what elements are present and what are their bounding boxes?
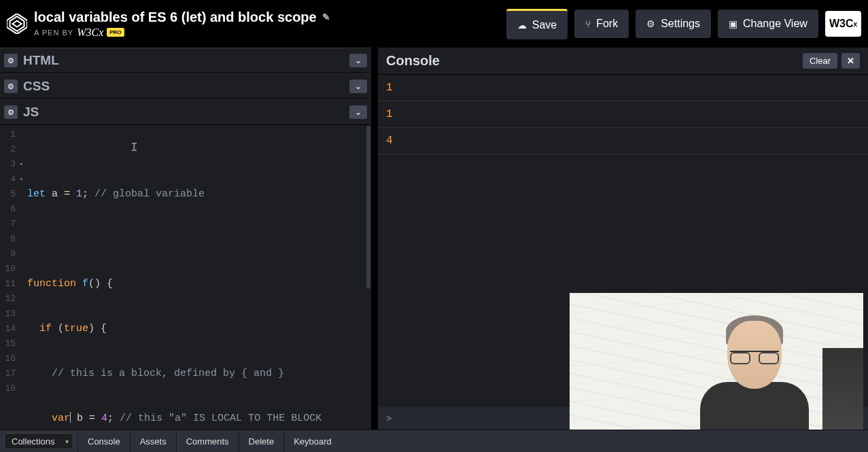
html-panel-header[interactable]: ⚙ HTML ⌄ <box>0 48 371 73</box>
code-text[interactable]: I let a = 1; // global variable function… <box>20 125 371 430</box>
footer-delete-button[interactable]: Delete <box>239 430 284 452</box>
cloud-icon: ☁ <box>517 20 527 31</box>
console-title: Console <box>386 53 440 69</box>
css-gear-icon[interactable]: ⚙ <box>4 80 18 93</box>
js-gear-icon[interactable]: ⚙ <box>4 105 18 119</box>
webcam-overlay <box>570 293 863 430</box>
settings-button[interactable]: ⚙ Settings <box>636 10 711 38</box>
text-cursor-ibeam: I <box>131 140 138 155</box>
header-actions: ☁ Save ⑂ Fork ⚙ Settings ▣ Change View W… <box>506 9 861 39</box>
css-chevron-down-icon[interactable]: ⌄ <box>349 80 367 93</box>
by-label: A PEN BY <box>34 29 73 37</box>
account-avatar[interactable]: W3Cx <box>825 11 861 37</box>
edit-title-icon[interactable]: ✎ <box>322 12 330 22</box>
html-chevron-down-icon[interactable]: ⌄ <box>349 54 367 67</box>
change-view-label: Change View <box>743 18 808 30</box>
editor-column: ⚙ HTML ⌄ ⚙ CSS ⌄ ⚙ JS ⌄ 1 2 3 4 <box>0 48 378 430</box>
webcam-side-object <box>822 348 863 430</box>
footer-assets-button[interactable]: Assets <box>130 430 176 452</box>
console-line: 1 <box>378 101 868 128</box>
layout-icon: ▣ <box>729 18 737 29</box>
change-view-button[interactable]: ▣ Change View <box>718 10 818 38</box>
css-label: CSS <box>23 79 50 94</box>
js-panel-header[interactable]: ⚙ JS ⌄ <box>0 99 371 125</box>
fork-button[interactable]: ⑂ Fork <box>574 10 629 38</box>
collections-select[interactable]: Collections <box>4 433 73 449</box>
save-label: Save <box>532 19 557 31</box>
js-chevron-down-icon[interactable]: ⌄ <box>349 105 367 119</box>
html-gear-icon[interactable]: ⚙ <box>4 54 18 67</box>
console-header: Console Clear ✕ <box>378 48 868 75</box>
fork-icon: ⑂ <box>585 18 591 29</box>
pen-author[interactable]: W3Cx <box>77 27 103 39</box>
footer-bar: Collections Console Assets Comments Dele… <box>0 430 868 452</box>
save-button[interactable]: ☁ Save <box>506 9 568 39</box>
js-label: JS <box>23 105 39 120</box>
html-label: HTML <box>23 53 59 68</box>
pen-title-row: local variables of ES 6 (let) and block … <box>34 10 330 25</box>
title-block: local variables of ES 6 (let) and block … <box>34 10 330 39</box>
pro-badge: PRO <box>107 28 124 37</box>
line-number-gutter: 1 2 3 4 5 6 7 8 9 10 11 12 13 14 15 16 1… <box>0 125 20 430</box>
editor-scrollbar[interactable] <box>366 126 370 289</box>
css-panel-header[interactable]: ⚙ CSS ⌄ <box>0 73 371 99</box>
pen-title: local variables of ES 6 (let) and block … <box>34 10 317 25</box>
header-left: local variables of ES 6 (let) and block … <box>7 10 330 39</box>
footer-console-button[interactable]: Console <box>77 430 130 452</box>
codepen-logo[interactable] <box>7 14 27 34</box>
footer-comments-button[interactable]: Comments <box>176 430 239 452</box>
clear-console-button[interactable]: Clear <box>803 53 837 69</box>
footer-keyboard-button[interactable]: Keyboard <box>283 430 341 452</box>
console-line: 1 <box>378 75 868 101</box>
presenter-figure <box>693 300 816 430</box>
pen-byline: A PEN BY W3Cx PRO <box>34 27 330 39</box>
fork-label: Fork <box>596 18 618 30</box>
app-header: local variables of ES 6 (let) and block … <box>0 0 868 48</box>
gear-icon: ⚙ <box>646 18 655 29</box>
console-line: 4 <box>378 128 868 154</box>
js-editor[interactable]: 1 2 3 4 5 6 7 8 9 10 11 12 13 14 15 16 1… <box>0 125 371 430</box>
console-prompt: > <box>386 413 392 423</box>
close-console-button[interactable]: ✕ <box>841 53 860 69</box>
settings-label: Settings <box>661 18 700 30</box>
